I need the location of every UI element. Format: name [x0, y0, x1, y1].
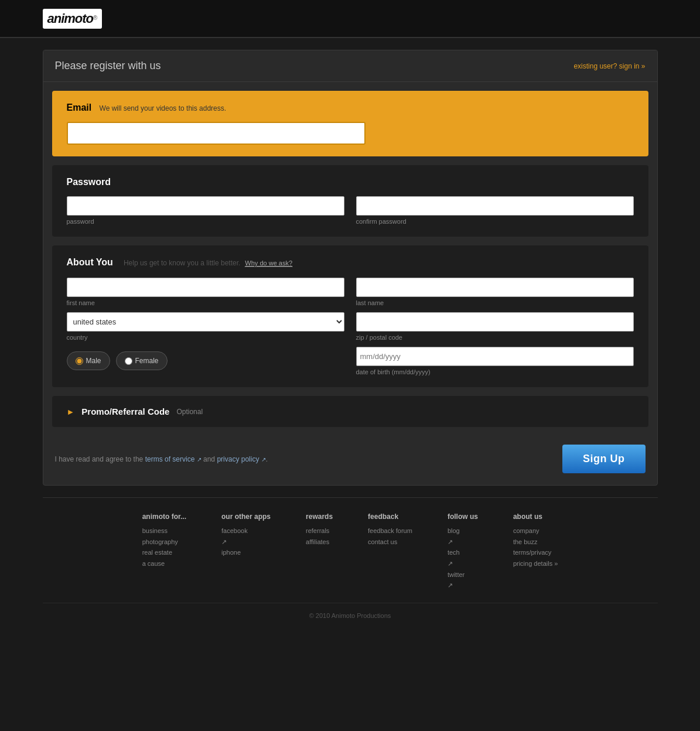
password-section: Password password confirm password — [52, 165, 648, 237]
password-fields-row: password confirm password — [67, 196, 634, 225]
register-title: Please register with us — [55, 60, 161, 72]
footer-col-about-us-heading: about us — [513, 513, 558, 521]
logo: animoto® — [43, 9, 103, 29]
promo-optional-label: Optional — [176, 408, 203, 416]
footer-link-feedback-forum[interactable]: feedback forum — [368, 525, 412, 537]
promo-title: Promo/Referral Code — [81, 407, 169, 416]
footer-col-animoto-for-heading: animoto for... — [142, 513, 186, 521]
last-name-input[interactable] — [356, 278, 634, 297]
blog-ext-icon: ↗ — [448, 537, 478, 548]
email-input[interactable] — [67, 122, 366, 145]
about-section: About You Help us get to know you a litt… — [52, 245, 648, 387]
terms-prefix: I have read and agree to the — [55, 455, 144, 463]
gender-female-radio[interactable] — [125, 357, 132, 365]
promo-section: ► Promo/Referral Code Optional — [52, 396, 648, 427]
footer-col-other-apps-heading: our other apps — [221, 513, 271, 521]
register-panel: Please register with us existing user? s… — [43, 50, 658, 486]
first-name-label: first name — [67, 299, 344, 306]
first-name-input[interactable] — [67, 278, 344, 297]
email-input-wrap — [67, 122, 634, 145]
zip-label: zip / postal code — [356, 334, 634, 341]
country-select[interactable]: united states canada united kingdom aust… — [67, 312, 344, 332]
about-section-title: About You — [67, 257, 113, 268]
email-section: Email We will send your videos to this a… — [52, 91, 648, 156]
footer-copyright: © 2010 Animoto Productions — [43, 603, 658, 619]
footer-link-a-cause[interactable]: a cause — [142, 558, 186, 569]
footer-col-about-us: about us company the buzz terms/privacy … — [513, 513, 558, 591]
facebook-ext-icon: ↗ — [221, 537, 271, 548]
signup-button[interactable]: Sign Up — [562, 445, 646, 473]
footer-link-referrals[interactable]: referrals — [306, 525, 333, 537]
twitter-ext-icon: ↗ — [448, 580, 478, 591]
confirm-password-input[interactable] — [356, 196, 634, 216]
email-section-header: Email We will send your videos to this a… — [67, 103, 634, 115]
footer-link-business[interactable]: business — [142, 525, 186, 537]
footer-col-other-apps: our other apps facebook ↗ iphone — [221, 513, 271, 591]
signin-link[interactable]: existing user? sign in » — [573, 62, 645, 70]
confirm-password-col: confirm password — [356, 196, 634, 225]
terms-period: . — [266, 455, 268, 463]
gender-male-radio[interactable] — [76, 357, 83, 365]
password-col: password — [67, 196, 344, 225]
gender-row: Male Female — [67, 351, 344, 370]
password-input[interactable] — [67, 196, 344, 216]
email-section-title: Email — [67, 103, 92, 113]
about-section-subtitle: Help us get to know you a little better. — [124, 259, 240, 267]
footer-link-terms-privacy[interactable]: terms/privacy — [513, 547, 558, 558]
gender-female-option[interactable]: Female — [116, 351, 168, 370]
footer-col-rewards: rewards referrals affiliates — [306, 513, 333, 591]
first-name-col: first name — [67, 278, 344, 306]
country-label: country — [67, 334, 344, 341]
footer-link-contact-us[interactable]: contact us — [368, 537, 412, 548]
footer-link-blog[interactable]: blog ↗ — [448, 525, 478, 547]
password-section-title: Password — [67, 177, 111, 187]
footer-link-pricing-details[interactable]: pricing details » — [513, 558, 558, 569]
footer-col-rewards-heading: rewards — [306, 513, 333, 521]
footer-link-affiliates[interactable]: affiliates — [306, 537, 333, 548]
terms-text: I have read and agree to the terms of se… — [55, 455, 268, 463]
logo-text: animoto — [47, 11, 94, 26]
footer-columns: animoto for... business photography real… — [43, 513, 658, 591]
why-do-we-ask-link[interactable]: Why do we ask? — [245, 259, 292, 267]
privacy-policy-link[interactable]: privacy policy ↗ — [217, 455, 265, 463]
last-name-label: last name — [356, 299, 634, 306]
about-section-header: About You Help us get to know you a litt… — [67, 257, 634, 269]
footer-link-iphone[interactable]: iphone — [221, 547, 271, 558]
dob-input[interactable] — [356, 347, 634, 366]
confirm-password-label: confirm password — [356, 218, 634, 225]
gender-dob-row: Male Female date of birth (mm/dd/yyyy) — [67, 347, 634, 375]
zip-col: zip / postal code — [356, 312, 634, 341]
terms-row: I have read and agree to the terms of se… — [43, 436, 657, 485]
footer-link-the-buzz[interactable]: the buzz — [513, 537, 558, 548]
logo-tm: ® — [93, 15, 97, 21]
dob-col: date of birth (mm/dd/yyyy) — [356, 347, 634, 375]
footer-link-real-estate[interactable]: real estate — [142, 547, 186, 558]
header: animoto® — [0, 0, 700, 38]
footer-link-company[interactable]: company — [513, 525, 558, 537]
terms-ext-icon: ↗ — [197, 456, 202, 463]
footer-col-animoto-for: animoto for... business photography real… — [142, 513, 186, 591]
footer-link-tech[interactable]: tech ↗ — [448, 547, 478, 569]
footer-col-follow-us: follow us blog ↗ tech ↗ twitter ↗ — [448, 513, 478, 591]
terms-of-service-link[interactable]: terms of service ↗ — [145, 455, 202, 463]
gender-col: Male Female — [67, 347, 344, 375]
footer-col-follow-us-heading: follow us — [448, 513, 478, 521]
footer-link-photography[interactable]: photography — [142, 537, 186, 548]
promo-arrow-icon: ► — [67, 407, 75, 416]
password-section-header: Password — [67, 177, 634, 189]
privacy-ext-icon: ↗ — [261, 456, 266, 463]
footer-col-feedback-heading: feedback — [368, 513, 412, 521]
main-content: Please register with us existing user? s… — [43, 38, 658, 640]
gender-male-option[interactable]: Male — [67, 351, 110, 370]
tech-ext-icon: ↗ — [448, 558, 478, 569]
zip-input[interactable] — [356, 312, 634, 332]
password-label: password — [67, 218, 344, 225]
terms-and: and — [203, 455, 215, 463]
footer-link-facebook[interactable]: facebook ↗ — [221, 525, 271, 547]
gender-female-label: Female — [135, 357, 159, 365]
last-name-col: last name — [356, 278, 634, 306]
footer-link-twitter[interactable]: twitter ↗ — [448, 569, 478, 591]
gender-male-label: Male — [86, 357, 101, 365]
footer-col-feedback: feedback feedback forum contact us — [368, 513, 412, 591]
email-section-subtitle: We will send your videos to this address… — [100, 104, 227, 112]
